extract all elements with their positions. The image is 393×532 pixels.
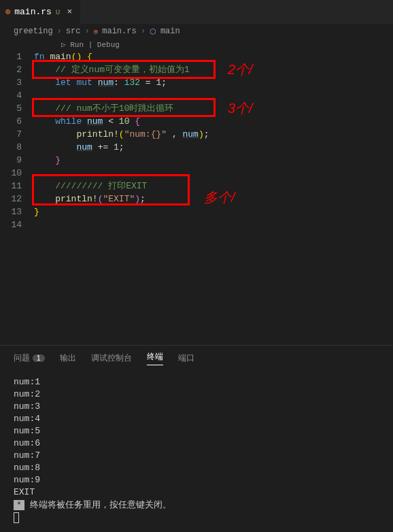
tab-terminal[interactable]: 终端 bbox=[147, 351, 163, 365]
code-line[interactable]: println!("num:{}" , num); bbox=[34, 128, 393, 141]
line-number: 8 bbox=[0, 141, 22, 154]
tab-modified-badge: U bbox=[56, 8, 61, 16]
tab-bar: ⊕ main.rs U × bbox=[0, 0, 393, 24]
code-line[interactable]: while num < 10 { bbox=[34, 115, 393, 128]
terminal-cursor bbox=[14, 512, 19, 523]
line-number: 5 bbox=[0, 102, 22, 115]
line-number: 7 bbox=[0, 128, 22, 141]
annotation-text: 2个/ bbox=[228, 61, 253, 79]
line-number: 14 bbox=[0, 218, 22, 231]
code-line[interactable]: // 定义num可变变量，初始值为1 bbox=[34, 63, 393, 76]
terminal-line: num:2 bbox=[14, 388, 379, 401]
line-gutter: 1 2 3 4 5 6 7 8 9 10 11 12 13 14 bbox=[0, 50, 34, 231]
chevron-right-icon: › bbox=[84, 27, 89, 36]
terminal-line: num:4 bbox=[14, 413, 379, 425]
terminal-line: num:3 bbox=[14, 401, 379, 413]
code-line[interactable] bbox=[34, 167, 393, 180]
code-line[interactable]: let mut num: i32 = 1; bbox=[34, 76, 393, 89]
terminal-output[interactable]: num:1 num:2 num:3 num:4 num:5 num:6 num:… bbox=[0, 371, 393, 529]
reuse-icon: * bbox=[14, 500, 24, 510]
terminal-line: num:1 bbox=[14, 376, 379, 388]
breadcrumb-file[interactable]: main.rs bbox=[102, 27, 136, 36]
line-number: 1 bbox=[0, 50, 22, 63]
line-number: 11 bbox=[0, 180, 22, 193]
terminal-line bbox=[14, 512, 379, 524]
close-icon[interactable]: × bbox=[64, 7, 75, 17]
line-number: 3 bbox=[0, 76, 22, 89]
breadcrumb-folder[interactable]: src bbox=[66, 27, 81, 36]
terminal-line: num:7 bbox=[14, 450, 379, 462]
code-line[interactable] bbox=[34, 89, 393, 102]
code-line[interactable] bbox=[34, 218, 393, 231]
line-number: 12 bbox=[0, 193, 22, 205]
terminal-line: * 终端将被任务重用，按任意键关闭。 bbox=[14, 499, 379, 512]
symbol-icon: ⬡ bbox=[150, 27, 156, 36]
line-number: 9 bbox=[0, 154, 22, 167]
rust-icon: ⊕ bbox=[94, 27, 99, 36]
tab-ports[interactable]: 端口 bbox=[178, 351, 194, 365]
bottom-panel: 问题 1 输出 调试控制台 终端 端口 num:1 num:2 num:3 nu… bbox=[0, 345, 393, 532]
breadcrumb-folder[interactable]: greeting bbox=[14, 27, 53, 36]
code-area[interactable]: fn main() { // 定义num可变变量，初始值为1 let mut n… bbox=[34, 50, 393, 231]
tab-output[interactable]: 输出 bbox=[60, 351, 76, 365]
tab-debug-console[interactable]: 调试控制台 bbox=[91, 351, 132, 365]
line-number: 13 bbox=[0, 205, 22, 218]
file-tab[interactable]: ⊕ main.rs U × bbox=[0, 0, 81, 24]
code-line[interactable]: num += 1; bbox=[34, 141, 393, 154]
chevron-right-icon: › bbox=[141, 27, 146, 36]
code-line[interactable]: /// num不小于10时跳出循环 bbox=[34, 102, 393, 115]
codelens-run-debug[interactable]: ▷ Run | Debug bbox=[0, 39, 393, 50]
editor[interactable]: 1 2 3 4 5 6 7 8 9 10 11 12 13 14 fn main… bbox=[0, 50, 393, 231]
breadcrumb[interactable]: greeting › src › ⊕ main.rs › ⬡ main bbox=[0, 24, 393, 39]
terminal-line: num:5 bbox=[14, 425, 379, 437]
line-number: 2 bbox=[0, 63, 22, 76]
chevron-right-icon: › bbox=[57, 27, 62, 36]
problems-count-badge: 1 bbox=[33, 354, 45, 362]
code-line[interactable]: fn main() { bbox=[34, 50, 393, 63]
terminal-line: num:9 bbox=[14, 474, 379, 486]
annotation-text: 多个/ bbox=[204, 188, 235, 207]
line-number: 10 bbox=[0, 167, 22, 180]
code-line[interactable]: } bbox=[34, 205, 393, 218]
terminal-line: num:6 bbox=[14, 437, 379, 450]
annotation-text: 3个/ bbox=[228, 99, 253, 118]
terminal-line: EXIT bbox=[14, 486, 379, 499]
line-number: 4 bbox=[0, 89, 22, 102]
code-line[interactable]: } bbox=[34, 154, 393, 167]
tab-filename: main.rs bbox=[14, 7, 52, 17]
panel-tab-bar: 问题 1 输出 调试控制台 终端 端口 bbox=[0, 346, 393, 371]
breadcrumb-symbol[interactable]: main bbox=[160, 27, 180, 36]
rust-icon: ⊕ bbox=[5, 7, 10, 17]
line-number: 6 bbox=[0, 115, 22, 128]
terminal-line: num:8 bbox=[14, 462, 379, 474]
reuse-message: 终端将被任务重用，按任意键关闭。 bbox=[30, 499, 171, 510]
tab-problems[interactable]: 问题 1 bbox=[14, 351, 45, 365]
